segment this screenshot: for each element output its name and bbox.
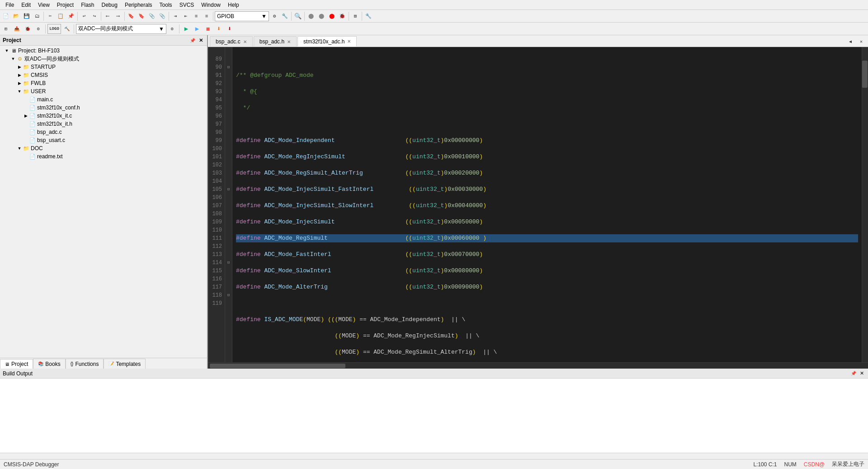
editor-tab-bsp-adc-h[interactable]: bsp_adc.h ✕ xyxy=(254,36,297,47)
pin-icon[interactable]: 📌 xyxy=(189,37,196,44)
doc-toggle[interactable]: ▼ xyxy=(16,145,23,152)
align2-btn[interactable]: ≡ xyxy=(202,11,212,21)
editor-scrollbar[interactable] xyxy=(862,47,868,362)
tree-fwlb[interactable]: ▶ 📁 FWLB xyxy=(0,79,207,87)
tree-cmsis[interactable]: ▶ 📁 CMSIS xyxy=(0,71,207,79)
menu-edit[interactable]: Edit xyxy=(18,1,34,9)
tree-readme[interactable]: 📄 readme.txt xyxy=(0,152,207,161)
build-close-icon[interactable]: ✕ xyxy=(858,370,865,377)
cut-btn[interactable]: ✂ xyxy=(45,11,55,21)
paste-btn[interactable]: 📌 xyxy=(66,11,76,21)
search-btn[interactable]: 🔍 xyxy=(293,11,303,21)
undo-btn[interactable]: ↩ xyxy=(79,11,89,21)
tree-bsp-adc-c[interactable]: 📄 bsp_adc.c xyxy=(0,128,207,136)
debug-btn[interactable]: 🐞 xyxy=(337,11,347,21)
tree-root[interactable]: ▼ 🖥 Project: BH-F103 xyxy=(0,47,207,55)
root-toggle[interactable]: ▼ xyxy=(4,47,10,54)
unindent-btn[interactable]: ⇤ xyxy=(181,11,191,21)
code-content[interactable]: /** @defgroup ADC_mode * @{ */ #define A… xyxy=(232,47,862,362)
tree-project-group[interactable]: ▼ ⚙ 双ADC—同步规则模式 xyxy=(0,55,207,63)
download2-btn[interactable]: ⬇ xyxy=(225,24,235,34)
tab-close[interactable]: ✕ xyxy=(287,39,291,44)
build2-btn[interactable]: 🔨 xyxy=(62,24,72,34)
bookmark2-btn[interactable]: 🔖 xyxy=(137,11,146,21)
indent-btn[interactable]: ⇥ xyxy=(170,11,180,21)
h-scrollbar-track[interactable] xyxy=(210,364,866,368)
user-toggle[interactable]: ▼ xyxy=(16,88,23,95)
open-btn[interactable]: 📂 xyxy=(11,11,21,21)
new-btn[interactable]: 📄 xyxy=(1,11,11,21)
rebuild-btn[interactable]: ▶ xyxy=(192,24,202,34)
h-scrollbar[interactable] xyxy=(208,362,868,369)
save-all-btn[interactable]: 🗂 xyxy=(32,11,42,21)
bottom-h-scrollbar[interactable] xyxy=(0,453,868,459)
menu-project[interactable]: Project xyxy=(53,1,77,9)
tab-functions[interactable]: {} Functions xyxy=(66,359,104,369)
mode-dropdown[interactable]: 双ADC—同步规则模式 ▼ xyxy=(76,24,166,34)
tab-project[interactable]: 🖥 Project xyxy=(0,359,33,369)
load-btn[interactable]: 📥 xyxy=(12,24,22,34)
nav-back-btn[interactable]: ⟵ xyxy=(103,11,113,21)
menu-help[interactable]: Help xyxy=(224,1,243,9)
editor-tab-bsp-adc-c[interactable]: bsp_adc.c ✕ xyxy=(210,36,253,47)
save-btn[interactable]: 💾 xyxy=(22,11,32,21)
stop-btn[interactable]: ⬤ xyxy=(306,11,316,21)
no-toggle xyxy=(23,129,29,135)
tab-close[interactable]: ✕ xyxy=(243,39,247,44)
editor-tab-stm32-adc-h[interactable]: stm32f10x_adc.h ✕ xyxy=(297,36,357,47)
tab-nav-left[interactable]: ◀ xyxy=(845,37,855,47)
tree-conf-h[interactable]: 📄 stm32f10x_conf.h xyxy=(0,104,207,112)
build-pin-icon[interactable]: 📌 xyxy=(850,370,857,377)
menu-flash[interactable]: Flash xyxy=(77,1,98,9)
tree-startup[interactable]: ▶ 📁 STARTUP xyxy=(0,63,207,71)
tree-bsp-usart-c[interactable]: 📄 bsp_usart.c xyxy=(0,136,207,144)
menu-debug[interactable]: Debug xyxy=(98,1,121,9)
menu-svcs[interactable]: SVCS xyxy=(176,1,198,9)
align-btn[interactable]: ≡ xyxy=(191,11,201,21)
settings-btn[interactable]: 🔧 xyxy=(363,11,373,21)
debug-mode2-btn[interactable]: ⚙ xyxy=(33,24,43,34)
tab-close[interactable]: ✕ xyxy=(347,39,351,44)
scrollbar-thumb[interactable] xyxy=(862,61,868,88)
group-toggle[interactable]: ▼ xyxy=(10,56,16,62)
options-btn[interactable]: ⚙ xyxy=(167,24,177,34)
target-dropdown[interactable]: GPIOB ▼ xyxy=(215,11,269,21)
window-btn[interactable]: ⊞ xyxy=(350,11,360,21)
menu-tools[interactable]: Tools xyxy=(156,1,176,9)
bookmark-btn[interactable]: 🔖 xyxy=(126,11,136,21)
tab-templates[interactable]: 📝 Templates xyxy=(104,359,146,369)
tab-close-all[interactable]: ✕ xyxy=(856,37,866,47)
compile-btn[interactable]: ▶ xyxy=(181,24,191,34)
build-target-btn[interactable]: ⊞ xyxy=(1,24,11,34)
target-options2-btn[interactable]: 🔧 xyxy=(280,11,290,21)
error-btn[interactable]: ⬤ xyxy=(327,11,337,21)
cmsis-toggle[interactable]: ▶ xyxy=(16,72,23,78)
nav-fwd-btn[interactable]: ⟶ xyxy=(113,11,123,21)
download-btn[interactable]: ⬇ xyxy=(214,24,224,34)
it-c-toggle[interactable]: ▶ xyxy=(23,113,29,119)
redo-btn[interactable]: ↪ xyxy=(90,11,99,21)
h-scrollbar-thumb[interactable] xyxy=(210,364,345,368)
fwlb-toggle[interactable]: ▶ xyxy=(16,80,23,86)
tree-it-h[interactable]: 📄 stm32f10x_it.h xyxy=(0,120,207,128)
copy-btn[interactable]: 📋 xyxy=(56,11,66,21)
tree-user[interactable]: ▼ 📁 USER xyxy=(0,87,207,95)
tab-books[interactable]: 📚 Books xyxy=(33,359,65,369)
menu-view[interactable]: View xyxy=(34,1,53,9)
bookmark3-btn[interactable]: 📎 xyxy=(147,11,157,21)
menu-peripherals[interactable]: Peripherals xyxy=(121,1,156,9)
menu-window[interactable]: Window xyxy=(198,1,224,9)
target-options-btn[interactable]: ⚙ xyxy=(269,11,279,21)
close-panel-icon[interactable]: ✕ xyxy=(197,37,204,44)
logo-btn[interactable]: LOGO xyxy=(47,24,61,34)
tree-main-c[interactable]: 📄 main.c xyxy=(0,95,207,104)
tree-doc[interactable]: ▼ 📁 DOC xyxy=(0,144,207,152)
stop2-btn[interactable]: ◼ xyxy=(203,24,213,34)
bookmark4-btn[interactable]: 📎 xyxy=(157,11,167,21)
tree-it-c[interactable]: ▶ 📄 stm32f10x_it.c xyxy=(0,112,207,120)
play-btn[interactable]: ⬤ xyxy=(316,11,326,21)
debug-mode-btn[interactable]: 🐞 xyxy=(23,24,33,34)
code-line-94: #define ADC_Mode_Independent ((uint32_t)… xyxy=(236,137,858,145)
startup-toggle[interactable]: ▶ xyxy=(16,64,23,70)
menu-file[interactable]: File xyxy=(2,1,18,9)
